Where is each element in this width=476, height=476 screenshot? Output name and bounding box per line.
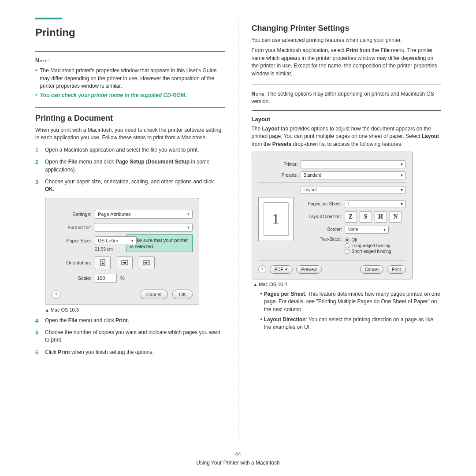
presets-select[interactable]: Standard▾ [301, 171, 406, 179]
divider [35, 21, 225, 21]
ok-button[interactable]: OK [172, 290, 193, 299]
format-for-select[interactable]: ▾ [95, 223, 193, 232]
preview-page: 1 [264, 202, 288, 236]
layout-dir-z-button[interactable]: Z [345, 211, 357, 223]
svg-rect-5 [124, 262, 126, 264]
divider [258, 260, 406, 261]
step-6: Click Print when you finish setting the … [35, 349, 225, 356]
layout-dir-s-button[interactable]: S [360, 211, 372, 223]
step-5: Choose the number of copies you want and… [35, 329, 225, 344]
right-column: Changing Printer Settings You can use ad… [238, 18, 454, 441]
step-3: Choose your paper size, orientation, sca… [35, 178, 225, 193]
dialog-caption: Mac OS 10.3 [45, 307, 225, 312]
two-sided-label: Two-Sided: [300, 237, 342, 242]
help-button[interactable]: ? [258, 265, 266, 273]
preview-button[interactable]: Preview [296, 265, 322, 274]
border-label: Border: [300, 227, 342, 232]
paper-size-label: Paper Size: [52, 238, 91, 243]
orientation-landscape-button[interactable] [117, 256, 133, 269]
note-bullet-highlight: You can check your printer name in the s… [35, 92, 225, 99]
note-bullet: The Macintosh printer's properties windo… [35, 67, 225, 90]
subsection-heading: Printing a Document [35, 114, 225, 123]
printer-select[interactable]: ▾ [301, 160, 406, 168]
divider [252, 110, 441, 111]
orientation-landscape-rev-button[interactable] [139, 256, 155, 269]
feature-bullet-pps: Pages per Sheet: This feature determines… [260, 290, 441, 313]
svg-rect-2 [102, 263, 104, 264]
help-button[interactable]: ? [52, 290, 60, 299]
note-paragraph: Note: The setting options may differ dep… [252, 90, 441, 106]
scale-input[interactable]: 100 [95, 274, 117, 283]
settings-label: Settings: [52, 212, 91, 217]
svg-point-4 [123, 262, 124, 263]
note-label: Note [35, 57, 48, 63]
page-setup-dialog: Settings: Page Attributes▾ Format for: ▾… [45, 198, 199, 305]
divider [258, 182, 406, 183]
dropdown-arrow-icon: ▾ [383, 227, 386, 232]
dialog-caption: Mac OS 10.4 [253, 282, 441, 287]
left-column: Printing Note: The Macintosh printer's p… [22, 18, 238, 441]
step-2: Open the File menu and click Page Setup … [35, 158, 225, 174]
layout-direction-label: Layout Direction: [300, 214, 342, 219]
intro-paragraph: When you print with a Macintosh, you nee… [35, 126, 225, 142]
presets-label: Presets: [258, 173, 298, 178]
print-button[interactable]: Print [387, 265, 406, 274]
page-number: 44 [0, 450, 476, 459]
paragraph: You can use advanced printing features w… [252, 37, 441, 44]
pps-label: Pages per Sheet: [300, 201, 342, 206]
divider [252, 85, 441, 85]
two-sided-off-radio[interactable] [345, 238, 350, 242]
pps-select[interactable]: 1▾ [345, 200, 406, 208]
orientation-portrait-button[interactable] [95, 256, 111, 269]
note-block: Note: [35, 57, 225, 64]
section-select[interactable]: Layout▾ [301, 186, 406, 194]
dropdown-arrow-icon: ▾ [401, 187, 403, 192]
format-for-label: Format for: [52, 225, 91, 230]
layout-dir-n-button[interactable]: N [390, 211, 402, 223]
paragraph: From your Macintosh application, select … [252, 47, 441, 78]
feature-bullet-layout-direction: Layout Direction: You can select the pri… [260, 316, 441, 331]
cancel-button[interactable]: Cancel [360, 265, 383, 274]
footer-title: Using Your Printer with a Macintosh [0, 459, 476, 467]
layout-dir-u-button[interactable]: И [375, 211, 387, 223]
svg-point-7 [148, 262, 149, 263]
percent-label: % [120, 275, 125, 281]
two-sided-long-radio[interactable] [345, 243, 350, 248]
step-1: Open a Macintosh application and select … [35, 146, 225, 154]
two-sided-short-radio[interactable] [345, 249, 350, 254]
scale-label: Scale: [52, 275, 91, 281]
layout-preview: 1 [258, 197, 294, 241]
settings-select[interactable]: Page Attributes▾ [95, 210, 193, 219]
dropdown-arrow-icon: ▾ [131, 238, 134, 243]
divider [35, 51, 225, 52]
dropdown-arrow-icon: ▼ [285, 268, 288, 271]
layout-paragraph: The Layout tab provides options to adjus… [252, 125, 441, 148]
dropdown-arrow-icon: ▾ [401, 162, 403, 167]
accent-rule [35, 18, 62, 19]
step-4: Open the File menu and click Print. [35, 317, 225, 324]
divider [35, 107, 225, 108]
cancel-button[interactable]: Cancel [140, 290, 168, 299]
svg-point-1 [102, 261, 103, 262]
dropdown-arrow-icon: ▾ [187, 212, 190, 216]
paper-size-select[interactable]: US Letter▾ [95, 236, 137, 245]
border-select[interactable]: None▾ [345, 226, 389, 234]
subsection-heading: Changing Printer Settings [252, 24, 441, 33]
svg-rect-8 [145, 262, 147, 264]
orientation-label: Orientation: [52, 260, 91, 265]
printer-label: Printer: [258, 162, 298, 167]
dropdown-arrow-icon: ▾ [187, 225, 190, 230]
dropdown-arrow-icon: ▾ [401, 173, 403, 178]
page-footer: 44 Using Your Printer with a Macintosh [0, 450, 476, 467]
pdf-dropdown[interactable]: PDF▼ [270, 265, 293, 274]
section-heading: Printing [35, 26, 225, 39]
dropdown-arrow-icon: ▾ [401, 201, 403, 206]
layout-heading: Layout [252, 116, 441, 123]
print-layout-dialog: Printer: ▾ Presets: Standard▾ Layout▾ 1 … [252, 152, 413, 279]
